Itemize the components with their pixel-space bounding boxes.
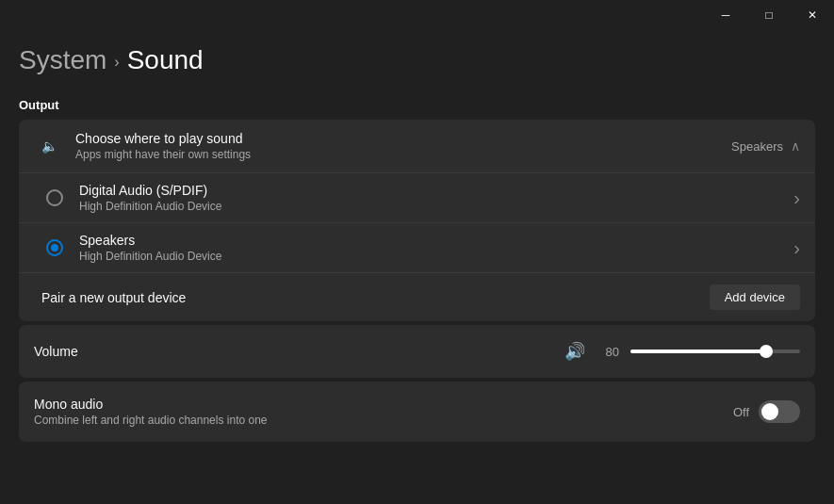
device-digital-audio-chevron-icon [793,187,800,209]
mono-audio-text: Mono audio Combine left and right audio … [34,397,722,427]
volume-value: 80 [597,345,619,359]
choose-output-text: Choose where to play sound Apps might ha… [75,131,731,161]
main-content: System › Sound Output 🔈 Choose where to … [0,30,834,461]
device-row-digital-audio[interactable]: Digital Audio (S/PDIF) High Definition A… [19,173,815,223]
device-speakers-subname: High Definition Audio Device [79,250,793,263]
radio-button-speakers[interactable] [46,239,63,256]
device-speakers-chevron-icon [793,237,800,259]
breadcrumb: System › Sound [19,45,815,75]
device-digital-audio-text: Digital Audio (S/PDIF) High Definition A… [79,183,793,213]
volume-slider-fill [630,350,766,353]
choose-output-subtitle: Apps might have their own settings [75,148,731,161]
radio-speakers[interactable] [41,239,68,256]
device-digital-audio-name: Digital Audio (S/PDIF) [79,183,793,198]
mono-audio-title: Mono audio [34,397,722,412]
mono-audio-row: Mono audio Combine left and right audio … [34,382,800,442]
titlebar: ─ □ ✕ [704,0,834,30]
speaker-icon: 🔈 [34,131,64,161]
mono-audio-toggle-area: Off [733,400,800,423]
output-section-heading: Output [19,98,815,112]
device-row-speakers[interactable]: Speakers High Definition Audio Device [19,223,815,272]
volume-label: Volume [34,344,553,359]
choose-output-row[interactable]: 🔈 Choose where to play sound Apps might … [19,120,815,173]
breadcrumb-current: Sound [127,45,204,75]
minimize-button[interactable]: ─ [704,0,747,30]
mono-audio-card: Mono audio Combine left and right audio … [19,382,815,442]
mono-audio-toggle-knob [761,403,778,420]
chevron-up-icon [791,138,800,154]
add-device-button[interactable]: Add device [710,285,800,310]
mono-audio-toggle-label: Off [733,405,749,419]
mono-audio-subtitle: Combine left and right audio channels in… [34,414,722,427]
maximize-button[interactable]: □ [747,0,791,30]
breadcrumb-system[interactable]: System [19,45,106,75]
pair-device-row: Pair a new output device Add device [19,272,815,321]
pair-device-label: Pair a new output device [41,290,710,305]
volume-card: Volume 🔊 80 [19,325,815,378]
output-card: 🔈 Choose where to play sound Apps might … [19,120,815,321]
choose-output-title: Choose where to play sound [75,131,731,146]
close-button[interactable]: ✕ [791,0,834,30]
device-speakers-text: Speakers High Definition Audio Device [79,233,793,263]
choose-output-right: Speakers [731,138,800,154]
selected-device-label: Speakers [731,139,783,154]
device-speakers-name: Speakers [79,233,793,248]
radio-digital-audio[interactable] [41,189,68,206]
breadcrumb-chevron-icon: › [114,54,119,71]
mono-audio-toggle[interactable] [759,400,800,423]
radio-button-digital-audio[interactable] [46,189,63,206]
device-digital-audio-subname: High Definition Audio Device [79,200,793,213]
volume-slider-thumb[interactable] [760,345,773,358]
volume-icon: 🔊 [564,341,585,362]
volume-slider[interactable] [630,350,800,353]
volume-row: Volume 🔊 80 [34,325,800,378]
